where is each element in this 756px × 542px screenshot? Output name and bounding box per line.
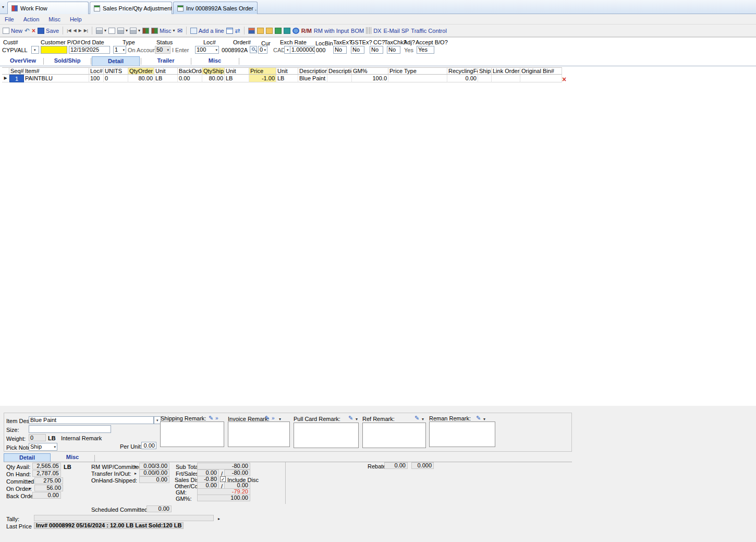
cur-dropdown[interactable]: 0 ▾ <box>258 46 267 54</box>
tab-trailer[interactable]: Trailer <box>142 56 190 66</box>
cell-loc[interactable]: 100 <box>89 75 104 82</box>
accept-bo-field[interactable]: Yes <box>417 46 434 54</box>
nav-first-button[interactable]: |◀ <box>67 28 71 33</box>
cell-recycling-fee[interactable]: 0.00 <box>447 75 478 82</box>
grid-header-gm[interactable]: GM% <box>352 67 388 75</box>
window-tab-workflow[interactable]: Work Flow <box>7 2 89 14</box>
cell-unit1[interactable]: LB <box>154 75 178 82</box>
customer-button[interactable] <box>248 28 255 34</box>
nav-last-button[interactable]: ▶| <box>84 28 88 33</box>
menu-file[interactable]: File <box>0 16 19 22</box>
cell-units[interactable]: 0 <box>104 75 128 82</box>
grid-header-description1[interactable]: Description1 <box>298 67 327 75</box>
cell-description[interactable] <box>327 75 352 82</box>
weight-field[interactable]: 0 <box>29 434 46 441</box>
reman-remark-edit-icon[interactable]: ✎ <box>476 415 481 421</box>
print-button[interactable]: ▾ <box>96 28 106 34</box>
print-dropdown-icon[interactable]: ▾ <box>104 28 106 33</box>
cust-value[interactable]: CYPVALL <box>2 47 28 53</box>
grid-header-seq[interactable]: Seq# <box>9 67 24 75</box>
grid-header-ships[interactable]: ShipS <box>478 67 492 75</box>
grid-view-button[interactable] <box>226 28 233 34</box>
size-field[interactable] <box>29 425 111 433</box>
grid-header-price-type[interactable]: Price Type <box>388 67 447 75</box>
grid-header-unit1[interactable]: Unit <box>154 67 178 75</box>
grid-header-item[interactable]: Item# <box>24 67 89 75</box>
taxchk-field[interactable]: No <box>387 46 400 54</box>
cell-price[interactable]: -1.00 <box>249 75 276 82</box>
invoice-remark-edit-icon[interactable]: ✎ <box>265 415 270 421</box>
save-button[interactable]: Save <box>38 28 59 34</box>
internal-remark-label[interactable]: Internal Remark <box>61 435 102 441</box>
include-disc-checkbox[interactable]: ✓ <box>220 476 226 482</box>
traffic-control-button[interactable]: Traffic Control <box>411 28 446 34</box>
customer-po-field[interactable] <box>41 46 67 54</box>
address-book-button[interactable] <box>142 28 149 34</box>
cc-field[interactable]: No <box>370 46 383 54</box>
pull-card-remark-dropdown-icon[interactable]: ▾ <box>356 417 358 421</box>
exch-rate-field[interactable]: 1.000000 <box>290 46 315 54</box>
menu-misc[interactable]: Misc <box>44 16 65 22</box>
invoice-remark-expand-icon[interactable]: » <box>272 415 275 421</box>
grid-header-unit3[interactable]: Unit <box>276 67 298 75</box>
cell-qty-ship[interactable]: 80.00 <box>202 75 225 82</box>
ref-remark-dropdown-icon[interactable]: ▾ <box>422 417 424 421</box>
cust-dropdown[interactable]: ▾ <box>31 46 39 54</box>
fax-button[interactable]: ▾ <box>130 28 140 34</box>
tab-misc[interactable]: Misc <box>192 56 238 66</box>
invoice-remark-textarea[interactable] <box>228 421 290 447</box>
taxex-field[interactable]: No <box>333 46 347 54</box>
inventory-button[interactable] <box>275 28 282 34</box>
bottom-tab-misc[interactable]: Misc <box>52 453 93 462</box>
tally-expand-icon[interactable]: ▸ <box>218 516 220 521</box>
grid-header-qty-order[interactable]: QtyOrder <box>128 67 154 75</box>
shipping-remark-expand-icon[interactable]: » <box>215 415 218 421</box>
shipping-remark-textarea[interactable] <box>160 421 224 447</box>
cell-unit2[interactable]: LB <box>225 75 249 82</box>
cell-back-order[interactable]: 0.00 <box>178 75 202 82</box>
ref-remark-edit-icon[interactable]: ✎ <box>414 415 419 421</box>
print-2-button[interactable]: ▾ <box>117 28 128 34</box>
gstex-field[interactable]: No <box>351 46 364 54</box>
delete-row-icon[interactable]: × <box>562 76 566 83</box>
reman-remark-dropdown-icon[interactable]: ▾ <box>483 417 485 421</box>
grid-header-loc[interactable]: Loc# <box>89 67 104 75</box>
grid-header-original-bin[interactable]: Original Bin# <box>520 67 562 75</box>
bottom-tab-detail[interactable]: Detail <box>4 453 51 462</box>
cell-gm[interactable]: 100.0 <box>352 75 388 82</box>
grid-header-recycling-fee[interactable]: RecyclingFee <box>447 67 478 75</box>
nav-prev-button[interactable]: ◀ <box>73 28 76 33</box>
misc-menu-button[interactable]: Misc ▾ <box>151 28 175 34</box>
cell-price-type[interactable] <box>388 75 447 82</box>
grid-row[interactable]: ▶ 1 PAINTBLU 100 0 80.00 LB 0.00 80.00 L… <box>2 75 562 82</box>
cell-original-bin[interactable] <box>520 75 562 82</box>
cell-ships[interactable] <box>478 75 492 82</box>
open-folder-button[interactable] <box>257 28 264 34</box>
pull-card-remark-edit-icon[interactable]: ✎ <box>348 415 353 421</box>
cancel-button[interactable]: × <box>32 28 35 34</box>
per-unit-field[interactable]: 0.00 <box>141 442 156 449</box>
reman-remark-textarea[interactable] <box>429 421 495 447</box>
transfer-expand-icon[interactable]: ▸ <box>135 471 137 476</box>
grid-header-price[interactable]: Price <box>249 67 276 75</box>
shipping-remark-edit-icon[interactable]: ✎ <box>209 415 213 421</box>
item-desc-field[interactable]: Blue Paint <box>29 416 154 424</box>
cell-unit3[interactable]: LB <box>276 75 298 82</box>
globe-button[interactable] <box>292 28 299 34</box>
rm-wip-expand-icon[interactable]: ▸ <box>135 464 137 469</box>
undo-button[interactable]: ↶ <box>25 28 30 34</box>
pick-notes-dropdown[interactable]: Ship ▾ <box>29 443 57 451</box>
cell-seq[interactable]: 1 <box>9 75 24 82</box>
tab-sold-ship[interactable]: Sold/Ship <box>45 56 90 66</box>
type-dropdown[interactable]: 1 ▾ <box>113 46 126 54</box>
ord-date-field[interactable]: 12/19/2025 <box>69 46 110 54</box>
grid-header-unit2[interactable]: Unit <box>225 67 249 75</box>
tab-detail[interactable]: Detail <box>92 56 140 66</box>
print-preview-button[interactable] <box>108 28 115 34</box>
folder-2-button[interactable] <box>266 28 273 34</box>
committed-expand-icon[interactable]: ▸ <box>29 479 31 484</box>
fax-dropdown-icon[interactable]: ▾ <box>138 28 140 33</box>
dx-button[interactable]: DX <box>373 28 381 34</box>
cell-item[interactable]: PAINTBLU <box>24 75 89 82</box>
on-order-expand-icon[interactable]: ▸ <box>29 486 31 491</box>
